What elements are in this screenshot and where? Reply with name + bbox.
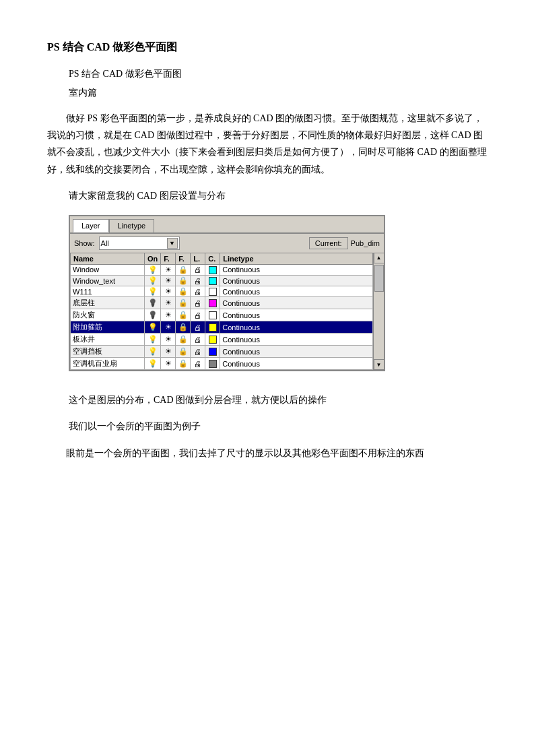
cad-layer-panel: Layer Linetype Show: All ▼ Current: Pub_…	[69, 215, 385, 371]
layer-lock-cell[interactable]: 🖨	[191, 297, 205, 309]
table-row[interactable]: 防火窗💡☀🔒🖨Continuous	[71, 309, 373, 321]
color-swatch	[209, 348, 217, 356]
col-f2: F.	[176, 253, 191, 264]
layer-table: Name On F. F. L. C. Linetype Window💡☀🔒🖨C…	[70, 253, 373, 370]
layer-freeze-cell[interactable]: ☀	[161, 297, 176, 309]
section-title: 室内篇	[69, 87, 487, 99]
color-swatch	[209, 311, 217, 319]
layer-color-cell[interactable]	[205, 321, 220, 334]
layer-freeze-cell[interactable]: ☀	[161, 264, 176, 275]
layer-freeze2-cell[interactable]: 🔒	[176, 334, 191, 346]
color-swatch	[209, 277, 217, 285]
lock-icon: 🖨	[194, 348, 201, 356]
layer-on-cell[interactable]: 💡	[145, 264, 161, 275]
table-row[interactable]: Window_text💡☀🔒🖨Continuous	[71, 276, 373, 286]
table-row[interactable]: 空调挡板💡☀🔒🖨Continuous	[71, 346, 373, 358]
layer-name-cell: 空调挡板	[71, 346, 145, 358]
layer-lock-cell[interactable]: 🖨	[191, 309, 205, 321]
layer-color-cell[interactable]	[205, 297, 220, 309]
layer-freeze-cell[interactable]: ☀	[161, 358, 176, 370]
sun-icon: ☀	[165, 323, 172, 331]
layer-freeze2-cell[interactable]: 🔒	[176, 309, 191, 321]
table-row[interactable]: 底层柱💡☀🔒🖨Continuous	[71, 297, 373, 309]
layer-freeze2-cell[interactable]: 🔒	[176, 297, 191, 309]
table-row[interactable]: Window💡☀🔒🖨Continuous	[71, 264, 373, 275]
cad-tabs: Layer Linetype	[70, 216, 384, 234]
lock-icon: 🖨	[194, 311, 201, 319]
sun-icon: ☀	[165, 335, 172, 343]
lock-icon: 🖨	[194, 277, 201, 285]
dropdown-arrow-icon[interactable]: ▼	[167, 238, 178, 249]
freeze2-icon: 🔒	[178, 276, 188, 284]
freeze2-icon: 🔒	[178, 347, 188, 355]
table-row[interactable]: 附加箍筋💡☀🔒🖨Continuous	[71, 321, 373, 334]
color-swatch	[209, 323, 217, 332]
layer-on-cell[interactable]: 💡	[145, 297, 161, 309]
layer-freeze2-cell[interactable]: 🔒	[176, 276, 191, 286]
bulb-icon: 💡	[148, 298, 158, 307]
layer-freeze2-cell[interactable]: 🔒	[176, 346, 191, 358]
layer-color-cell[interactable]	[205, 309, 220, 321]
layer-freeze-cell[interactable]: ☀	[161, 309, 176, 321]
freeze2-icon: 🔒	[178, 287, 188, 295]
bulb-icon: 💡	[148, 323, 158, 331]
bottom-text-3: 眼前是一个会所的平面图，我们去掉了尺寸的显示以及其他彩色平面图不用标注的东西	[47, 445, 487, 462]
layer-lock-cell[interactable]: 🖨	[191, 321, 205, 334]
layer-freeze2-cell[interactable]: 🔒	[176, 321, 191, 334]
lock-icon: 🖨	[194, 288, 201, 296]
layer-on-cell[interactable]: 💡	[145, 334, 161, 346]
scrollbar-track[interactable]	[374, 263, 384, 359]
layer-color-cell[interactable]	[205, 264, 220, 275]
layer-lock-cell[interactable]: 🖨	[191, 264, 205, 275]
layer-freeze-cell[interactable]: ☀	[161, 321, 176, 334]
layer-color-cell[interactable]	[205, 346, 220, 358]
layer-linetype-cell: Continuous	[220, 297, 373, 309]
show-dropdown[interactable]: All ▼	[99, 237, 180, 250]
sun-icon: ☀	[165, 347, 172, 355]
scrollbar-up-button[interactable]: ▲	[374, 253, 385, 263]
cad-scrollbar[interactable]: ▲ ▼	[373, 253, 384, 370]
layer-freeze-cell[interactable]: ☀	[161, 276, 176, 286]
lock-icon: 🖨	[194, 360, 201, 368]
layer-lock-cell[interactable]: 🖨	[191, 286, 205, 297]
layer-lock-cell[interactable]: 🖨	[191, 346, 205, 358]
layer-color-cell[interactable]	[205, 276, 220, 286]
scrollbar-thumb[interactable]	[374, 265, 384, 292]
color-swatch	[209, 299, 217, 307]
color-swatch	[209, 336, 217, 344]
layer-freeze2-cell[interactable]: 🔒	[176, 358, 191, 370]
table-row[interactable]: 空调机百业扇💡☀🔒🖨Continuous	[71, 358, 373, 370]
cad-table-content: Name On F. F. L. C. Linetype Window💡☀🔒🖨C…	[70, 253, 373, 370]
layer-color-cell[interactable]	[205, 358, 220, 370]
scrollbar-down-button[interactable]: ▼	[374, 359, 385, 370]
layer-on-cell[interactable]: 💡	[145, 276, 161, 286]
layer-linetype-cell: Continuous	[220, 321, 373, 334]
layer-linetype-cell: Continuous	[220, 276, 373, 286]
layer-lock-cell[interactable]: 🖨	[191, 276, 205, 286]
layer-freeze2-cell[interactable]: 🔒	[176, 264, 191, 275]
layer-lock-cell[interactable]: 🖨	[191, 334, 205, 346]
tab-layer[interactable]: Layer	[73, 219, 109, 232]
sun-icon: ☀	[165, 287, 172, 295]
layer-on-cell[interactable]: 💡	[145, 358, 161, 370]
layer-color-cell[interactable]	[205, 334, 220, 346]
layer-color-cell[interactable]	[205, 286, 220, 297]
table-row[interactable]: W111💡☀🔒🖨Continuous	[71, 286, 373, 297]
current-button[interactable]: Current:	[309, 237, 348, 249]
layer-lock-cell[interactable]: 🖨	[191, 358, 205, 370]
tab-linetype[interactable]: Linetype	[109, 219, 155, 232]
layer-freeze-cell[interactable]: ☀	[161, 286, 176, 297]
layer-freeze2-cell[interactable]: 🔒	[176, 286, 191, 297]
layer-on-cell[interactable]: 💡	[145, 286, 161, 297]
layer-on-cell[interactable]: 💡	[145, 346, 161, 358]
table-row[interactable]: 板冰井💡☀🔒🖨Continuous	[71, 334, 373, 346]
layer-on-cell[interactable]: 💡	[145, 321, 161, 334]
col-name: Name	[71, 253, 145, 264]
layer-on-cell[interactable]: 💡	[145, 309, 161, 321]
table-header-row: Name On F. F. L. C. Linetype	[71, 253, 373, 264]
layer-freeze-cell[interactable]: ☀	[161, 346, 176, 358]
sun-icon: ☀	[165, 359, 172, 367]
color-swatch	[209, 288, 217, 296]
layer-freeze-cell[interactable]: ☀	[161, 334, 176, 346]
notice-text: 请大家留意我的 CAD 图层设置与分布	[69, 187, 487, 204]
